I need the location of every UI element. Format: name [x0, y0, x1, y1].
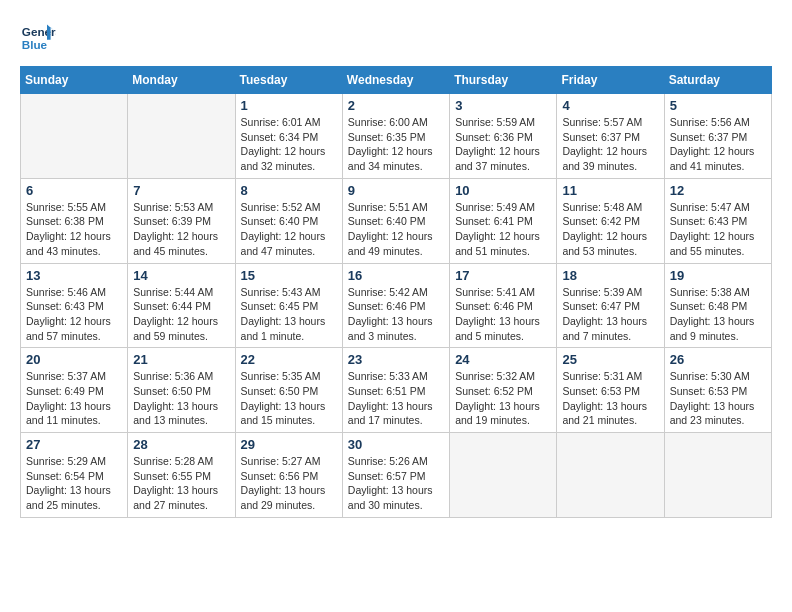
day-info: Sunrise: 5:35 AM Sunset: 6:50 PM Dayligh…: [241, 369, 337, 428]
calendar-cell: 25Sunrise: 5:31 AM Sunset: 6:53 PM Dayli…: [557, 348, 664, 433]
calendar-week-2: 6Sunrise: 5:55 AM Sunset: 6:38 PM Daylig…: [21, 178, 772, 263]
day-info: Sunrise: 6:01 AM Sunset: 6:34 PM Dayligh…: [241, 115, 337, 174]
day-number: 30: [348, 437, 444, 452]
day-number: 3: [455, 98, 551, 113]
day-number: 8: [241, 183, 337, 198]
svg-text:Blue: Blue: [22, 38, 48, 51]
calendar-cell: 17Sunrise: 5:41 AM Sunset: 6:46 PM Dayli…: [450, 263, 557, 348]
calendar-cell: 5Sunrise: 5:56 AM Sunset: 6:37 PM Daylig…: [664, 94, 771, 179]
day-number: 11: [562, 183, 658, 198]
day-number: 12: [670, 183, 766, 198]
day-info: Sunrise: 5:26 AM Sunset: 6:57 PM Dayligh…: [348, 454, 444, 513]
day-number: 16: [348, 268, 444, 283]
calendar-cell: 10Sunrise: 5:49 AM Sunset: 6:41 PM Dayli…: [450, 178, 557, 263]
day-info: Sunrise: 5:48 AM Sunset: 6:42 PM Dayligh…: [562, 200, 658, 259]
day-number: 19: [670, 268, 766, 283]
header-day-saturday: Saturday: [664, 67, 771, 94]
day-info: Sunrise: 5:44 AM Sunset: 6:44 PM Dayligh…: [133, 285, 229, 344]
day-info: Sunrise: 5:56 AM Sunset: 6:37 PM Dayligh…: [670, 115, 766, 174]
calendar-week-1: 1Sunrise: 6:01 AM Sunset: 6:34 PM Daylig…: [21, 94, 772, 179]
calendar-cell: [664, 433, 771, 518]
day-number: 18: [562, 268, 658, 283]
day-info: Sunrise: 5:32 AM Sunset: 6:52 PM Dayligh…: [455, 369, 551, 428]
calendar-cell: 24Sunrise: 5:32 AM Sunset: 6:52 PM Dayli…: [450, 348, 557, 433]
day-info: Sunrise: 5:37 AM Sunset: 6:49 PM Dayligh…: [26, 369, 122, 428]
day-info: Sunrise: 5:52 AM Sunset: 6:40 PM Dayligh…: [241, 200, 337, 259]
day-number: 22: [241, 352, 337, 367]
day-number: 29: [241, 437, 337, 452]
day-info: Sunrise: 5:29 AM Sunset: 6:54 PM Dayligh…: [26, 454, 122, 513]
calendar-header-row: SundayMondayTuesdayWednesdayThursdayFrid…: [21, 67, 772, 94]
day-info: Sunrise: 5:51 AM Sunset: 6:40 PM Dayligh…: [348, 200, 444, 259]
day-info: Sunrise: 5:59 AM Sunset: 6:36 PM Dayligh…: [455, 115, 551, 174]
day-info: Sunrise: 6:00 AM Sunset: 6:35 PM Dayligh…: [348, 115, 444, 174]
calendar-cell: 2Sunrise: 6:00 AM Sunset: 6:35 PM Daylig…: [342, 94, 449, 179]
day-info: Sunrise: 5:41 AM Sunset: 6:46 PM Dayligh…: [455, 285, 551, 344]
day-info: Sunrise: 5:36 AM Sunset: 6:50 PM Dayligh…: [133, 369, 229, 428]
calendar-cell: 13Sunrise: 5:46 AM Sunset: 6:43 PM Dayli…: [21, 263, 128, 348]
day-info: Sunrise: 5:57 AM Sunset: 6:37 PM Dayligh…: [562, 115, 658, 174]
calendar-week-3: 13Sunrise: 5:46 AM Sunset: 6:43 PM Dayli…: [21, 263, 772, 348]
logo-icon: General Blue: [20, 20, 56, 56]
day-info: Sunrise: 5:27 AM Sunset: 6:56 PM Dayligh…: [241, 454, 337, 513]
calendar-cell: 29Sunrise: 5:27 AM Sunset: 6:56 PM Dayli…: [235, 433, 342, 518]
day-number: 9: [348, 183, 444, 198]
day-number: 20: [26, 352, 122, 367]
calendar-cell: 26Sunrise: 5:30 AM Sunset: 6:53 PM Dayli…: [664, 348, 771, 433]
calendar-cell: 15Sunrise: 5:43 AM Sunset: 6:45 PM Dayli…: [235, 263, 342, 348]
day-number: 2: [348, 98, 444, 113]
calendar-cell: 14Sunrise: 5:44 AM Sunset: 6:44 PM Dayli…: [128, 263, 235, 348]
calendar-cell: 3Sunrise: 5:59 AM Sunset: 6:36 PM Daylig…: [450, 94, 557, 179]
day-info: Sunrise: 5:43 AM Sunset: 6:45 PM Dayligh…: [241, 285, 337, 344]
day-number: 27: [26, 437, 122, 452]
calendar-cell: [21, 94, 128, 179]
day-info: Sunrise: 5:53 AM Sunset: 6:39 PM Dayligh…: [133, 200, 229, 259]
calendar-cell: 28Sunrise: 5:28 AM Sunset: 6:55 PM Dayli…: [128, 433, 235, 518]
calendar-cell: [450, 433, 557, 518]
calendar-cell: 21Sunrise: 5:36 AM Sunset: 6:50 PM Dayli…: [128, 348, 235, 433]
calendar-cell: 30Sunrise: 5:26 AM Sunset: 6:57 PM Dayli…: [342, 433, 449, 518]
day-number: 24: [455, 352, 551, 367]
calendar-cell: 6Sunrise: 5:55 AM Sunset: 6:38 PM Daylig…: [21, 178, 128, 263]
calendar: SundayMondayTuesdayWednesdayThursdayFrid…: [20, 66, 772, 518]
day-number: 15: [241, 268, 337, 283]
calendar-cell: 1Sunrise: 6:01 AM Sunset: 6:34 PM Daylig…: [235, 94, 342, 179]
calendar-cell: 4Sunrise: 5:57 AM Sunset: 6:37 PM Daylig…: [557, 94, 664, 179]
svg-text:General: General: [22, 25, 56, 38]
calendar-cell: 9Sunrise: 5:51 AM Sunset: 6:40 PM Daylig…: [342, 178, 449, 263]
calendar-cell: 11Sunrise: 5:48 AM Sunset: 6:42 PM Dayli…: [557, 178, 664, 263]
calendar-cell: 7Sunrise: 5:53 AM Sunset: 6:39 PM Daylig…: [128, 178, 235, 263]
day-info: Sunrise: 5:30 AM Sunset: 6:53 PM Dayligh…: [670, 369, 766, 428]
calendar-cell: 19Sunrise: 5:38 AM Sunset: 6:48 PM Dayli…: [664, 263, 771, 348]
calendar-cell: 23Sunrise: 5:33 AM Sunset: 6:51 PM Dayli…: [342, 348, 449, 433]
header-day-wednesday: Wednesday: [342, 67, 449, 94]
day-number: 21: [133, 352, 229, 367]
header-day-friday: Friday: [557, 67, 664, 94]
day-number: 5: [670, 98, 766, 113]
calendar-cell: 16Sunrise: 5:42 AM Sunset: 6:46 PM Dayli…: [342, 263, 449, 348]
day-info: Sunrise: 5:39 AM Sunset: 6:47 PM Dayligh…: [562, 285, 658, 344]
day-info: Sunrise: 5:42 AM Sunset: 6:46 PM Dayligh…: [348, 285, 444, 344]
day-info: Sunrise: 5:46 AM Sunset: 6:43 PM Dayligh…: [26, 285, 122, 344]
calendar-cell: 8Sunrise: 5:52 AM Sunset: 6:40 PM Daylig…: [235, 178, 342, 263]
logo: General Blue: [20, 20, 56, 56]
day-number: 14: [133, 268, 229, 283]
calendar-cell: 12Sunrise: 5:47 AM Sunset: 6:43 PM Dayli…: [664, 178, 771, 263]
day-info: Sunrise: 5:55 AM Sunset: 6:38 PM Dayligh…: [26, 200, 122, 259]
day-info: Sunrise: 5:33 AM Sunset: 6:51 PM Dayligh…: [348, 369, 444, 428]
day-info: Sunrise: 5:38 AM Sunset: 6:48 PM Dayligh…: [670, 285, 766, 344]
day-number: 7: [133, 183, 229, 198]
day-info: Sunrise: 5:31 AM Sunset: 6:53 PM Dayligh…: [562, 369, 658, 428]
page-header: General Blue: [20, 20, 772, 56]
header-day-monday: Monday: [128, 67, 235, 94]
calendar-cell: 27Sunrise: 5:29 AM Sunset: 6:54 PM Dayli…: [21, 433, 128, 518]
calendar-week-4: 20Sunrise: 5:37 AM Sunset: 6:49 PM Dayli…: [21, 348, 772, 433]
day-info: Sunrise: 5:49 AM Sunset: 6:41 PM Dayligh…: [455, 200, 551, 259]
day-number: 28: [133, 437, 229, 452]
day-number: 4: [562, 98, 658, 113]
day-number: 17: [455, 268, 551, 283]
day-number: 26: [670, 352, 766, 367]
day-info: Sunrise: 5:47 AM Sunset: 6:43 PM Dayligh…: [670, 200, 766, 259]
day-number: 23: [348, 352, 444, 367]
calendar-cell: [128, 94, 235, 179]
